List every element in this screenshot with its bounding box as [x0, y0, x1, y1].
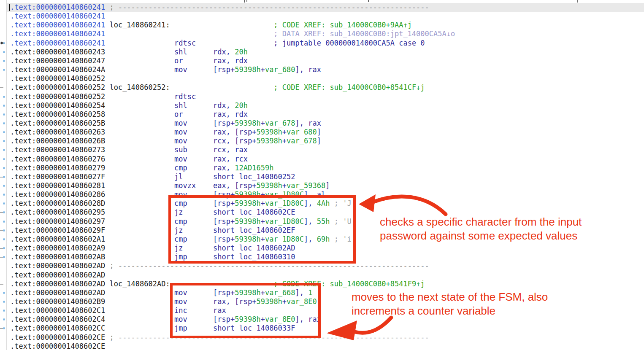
- instruction-dot-icon: [3, 221, 5, 223]
- listing-line[interactable]: .text:00000001408602AD loc_1408602AD: ; …: [0, 280, 644, 289]
- screen-edge-artifact: [368, 0, 369, 2]
- listing-line[interactable]: .text:0000000140860273 sub rcx, rax: [0, 145, 644, 155]
- instruction-dot-icon: [3, 310, 5, 312]
- listing-line[interactable]: .text:0000000140860279 cmp rax, 12AD1659…: [0, 164, 644, 173]
- listing-line-text: .text:000000014086027F jl short loc_1408…: [10, 172, 295, 181]
- instruction-dot-icon: [3, 194, 5, 196]
- listing-line-text: .text:000000014086024A mov [rsp+59398h+v…: [10, 65, 321, 74]
- instruction-dot-icon: [3, 247, 5, 249]
- listing-line[interactable]: .text:0000000140860241 ; DATA XREF: sub_…: [0, 30, 644, 39]
- instruction-dot-icon: [3, 158, 5, 160]
- listing-line[interactable]: .text:0000000140860241: [0, 12, 644, 21]
- listing-line[interactable]: .text:00000001408602CC jmp short loc_140…: [0, 324, 644, 333]
- listing-line-text: .text:00000001408602CE: [10, 342, 105, 350]
- instruction-dot-icon: [3, 176, 5, 178]
- listing-line-text: .text:0000000140860247 or rax, rdx: [10, 57, 248, 65]
- instruction-dot-icon: [3, 96, 5, 98]
- listing-line-text: .text:0000000140860273 sub rcx, rax: [10, 145, 248, 154]
- listing-line[interactable]: .text:00000001408602CE ; ---------------…: [0, 333, 644, 342]
- listing-line[interactable]: .text:0000000140860241 ; ---------------…: [0, 3, 644, 12]
- instruction-dot-icon: [3, 167, 5, 169]
- listing-line-text: .text:0000000140860241: [10, 12, 105, 21]
- instruction-dot-icon: [3, 149, 5, 151]
- instruction-dot-icon: [3, 69, 5, 71]
- listing-line-text: .text:0000000140860241 rdtsc ; jumptable…: [10, 39, 425, 48]
- jump-arrow-fragment-icon: [0, 284, 3, 285]
- listing-line[interactable]: .text:0000000140860241 loc_140860241: ; …: [0, 21, 644, 30]
- listing-line[interactable]: .text:0000000140860241 rdtsc ; jumptable…: [0, 39, 644, 48]
- annotation-box-fsm-advance: [170, 283, 321, 338]
- listing-line-text: .text:0000000140860279 cmp rax, 12AD1659…: [10, 164, 273, 172]
- screen-edge-artifact: [577, 0, 578, 3]
- instruction-dot-icon: [3, 105, 5, 107]
- instruction-dot-icon: [3, 51, 5, 53]
- listing-line-text: .text:0000000140860241 loc_140860241: ; …: [10, 21, 412, 30]
- listing-line[interactable]: .text:000000014086026B mov rcx, [rsp+593…: [0, 137, 644, 146]
- listing-line[interactable]: .text:000000014086024A mov [rsp+59398h+v…: [0, 65, 644, 75]
- listing-line[interactable]: .text:0000000140860263 mov rax, [rsp+593…: [0, 128, 644, 137]
- instruction-dot-icon: [3, 301, 5, 303]
- annotation-note-line: increments a counter variable: [352, 304, 548, 318]
- listing-line-text: .text:0000000140860241 ; DATA XREF: sub_…: [10, 30, 455, 38]
- instruction-dot-icon: [3, 318, 5, 320]
- instruction-dot-icon: [3, 202, 5, 205]
- listing-line[interactable]: .text:00000001408602AD: [0, 271, 644, 280]
- instruction-dot-icon: [3, 185, 5, 187]
- listing-line-text: .text:0000000140860252 loc_140860252: ; …: [10, 83, 425, 92]
- listing-line[interactable]: .text:0000000140860247 or rax, rdx: [0, 57, 644, 66]
- listing-line-text: .text:0000000140860243 shl rdx, 20h: [10, 48, 248, 57]
- instruction-dot-icon: [3, 60, 5, 62]
- annotation-note-fsm-advance: moves to the next state of the FSM, also…: [352, 290, 548, 318]
- annotation-note-line: password against some expected values: [380, 229, 582, 243]
- annotation-note-password-check: checks a specific character from the inp…: [380, 215, 582, 243]
- listing-line[interactable]: .text:0000000140860254 shl rdx, 20h: [0, 101, 644, 110]
- instruction-dot-icon: [3, 140, 5, 142]
- instruction-dot-icon: [3, 122, 5, 124]
- listing-line[interactable]: .text:00000001408602CE: [0, 342, 644, 350]
- listing-line-text: .text:000000014086025B mov [rsp+59398h+v…: [10, 119, 321, 128]
- listing-line-text: .text:00000001408602AD: [10, 271, 105, 280]
- listing-line[interactable]: .text:0000000140860276 mov rax, rcx: [0, 155, 644, 164]
- listing-line[interactable]: .text:000000014086027F jl short loc_1408…: [0, 172, 644, 182]
- screen-edge-artifact: [244, 0, 245, 3]
- instruction-dot-icon: [3, 113, 5, 116]
- listing-line-text: .text:0000000140860252: [10, 74, 105, 83]
- text-cursor: [9, 4, 10, 11]
- instruction-dot-icon: [3, 256, 5, 258]
- disassembly-view: .text:0000000140860241 ; ---------------…: [0, 0, 644, 350]
- listing-line[interactable]: .text:000000014086025B mov [rsp+59398h+v…: [0, 119, 644, 128]
- listing-line[interactable]: .text:0000000140860252: [0, 74, 644, 83]
- listing-line[interactable]: .text:0000000140860281 movzx eax, [rsp+5…: [0, 181, 644, 191]
- listing-line-text: .text:0000000140860254 shl rdx, 20h: [10, 101, 248, 110]
- instruction-dot-icon: [3, 131, 5, 133]
- listing-line[interactable]: .text:0000000140860252 rdtsc: [0, 92, 644, 102]
- listing-line-text: .text:0000000140860252 rdtsc: [10, 92, 196, 101]
- instruction-dot-icon: [3, 238, 5, 240]
- current-address-arrow-icon: [0, 43, 2, 43]
- annotation-note-line: moves to the next state of the FSM, also: [352, 290, 548, 304]
- listing-line[interactable]: .text:0000000140860243 shl rdx, 20h: [0, 48, 644, 57]
- instruction-dot-icon: [3, 327, 5, 329]
- instruction-dot-icon: [3, 229, 5, 232]
- instruction-dot-icon: [3, 211, 5, 213]
- listing-line[interactable]: .text:0000000140860258 or rax, rdx: [0, 110, 644, 119]
- instruction-dot-icon: [3, 292, 5, 294]
- annotation-note-line: checks a specific character from the inp…: [380, 215, 582, 229]
- listing-line-text: .text:0000000140860276 mov rax, rcx: [10, 155, 248, 164]
- screen-edge-artifact: [246, 0, 247, 2]
- listing-line-text: .text:0000000140860263 mov rax, [rsp+593…: [10, 128, 321, 137]
- listing-line-text: .text:0000000140860241 ; ---------------…: [10, 3, 429, 12]
- listing-line[interactable]: .text:0000000140860252 loc_140860252: ; …: [0, 83, 644, 92]
- jump-arrow-fragment-icon: [0, 87, 3, 88]
- listing-line-text: .text:000000014086026B mov rcx, [rsp+593…: [10, 137, 321, 145]
- annotation-box-password-check: [168, 195, 356, 264]
- listing-line-text: .text:0000000140860281 movzx eax, [rsp+5…: [10, 181, 330, 190]
- listing-line-text: .text:0000000140860258 or rax, rdx: [10, 110, 248, 119]
